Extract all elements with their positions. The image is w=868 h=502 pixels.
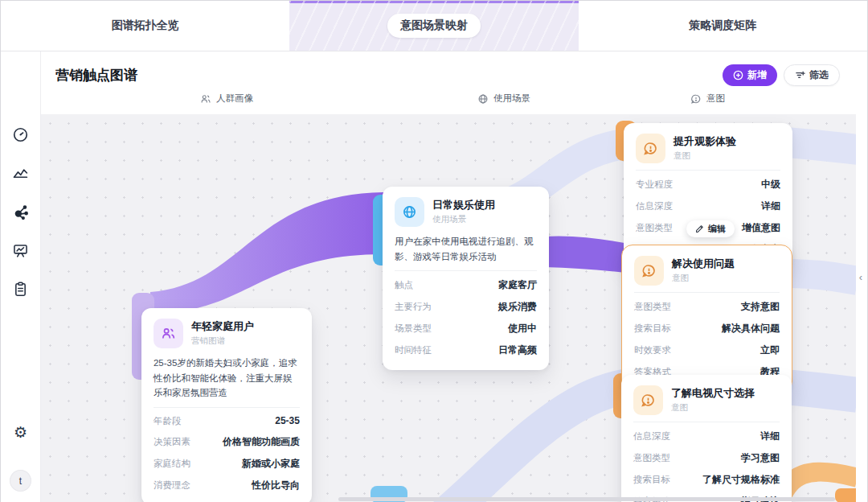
column-headers: 人群画像 使用场景 意图 [41,89,854,113]
tab-label: 图谱拓扑全览 [112,19,179,33]
chat-bubble-icon [636,134,665,163]
column-scenario: 使用场景 [477,93,530,105]
field-row: 主要行为娱乐消费 [395,296,537,318]
column-intent: 意图 [690,93,725,105]
tab-label: 意图场景映射 [387,14,481,38]
bottom-right-node-tab [835,488,856,502]
card-subtitle: 意图 [672,273,735,284]
right-gutter: ‹ [854,51,867,502]
clipboard-icon[interactable] [6,275,34,302]
card-persona[interactable]: 年轻家庭用户 营销图谱 25-35岁的新婚夫妇或小家庭，追求性价比和智能化体验，… [141,308,312,502]
field-row: 消费理念性价比导向 [154,475,300,496]
chat-bubble-icon [634,256,664,286]
network-graph-icon[interactable] [6,198,34,225]
trend-chart-icon[interactable] [6,159,34,187]
card-title: 年轻家庭用户 [191,320,254,333]
field-row: 决策因素价格智能功能画质 [154,431,300,453]
avatar[interactable]: t [10,470,31,492]
card-title: 解决使用问题 [672,257,735,270]
users-icon [154,319,183,348]
horizontal-scrollbar[interactable] [338,497,835,501]
globe-icon [395,197,424,227]
field-row: 时效要求立即 [634,339,780,361]
edit-button[interactable]: 编辑 [686,220,735,237]
chat-bubble-icon [633,385,663,415]
tab-graph-topology[interactable]: 图谱拓扑全览 [1,1,289,51]
card-intent-problem[interactable]: 解决使用问题 意图 意图类型支持意图 搜索目标解决具体问题 时效要求立即 答案格… [621,245,792,393]
filter-icon [795,70,805,80]
collapse-panel-arrow-icon[interactable]: ‹ [858,267,864,287]
card-subtitle: 使用场景 [432,214,495,225]
field-row: 家庭结构新婚或小家庭 [154,453,300,475]
card-title: 日常娱乐使用 [432,199,495,212]
tab-strategy-matrix[interactable]: 策略调度矩阵 [579,1,867,51]
field-row: 时间特征日常高频 [395,339,537,361]
field-row: 搜索目标解决具体问题 [634,318,780,339]
edit-pencil-icon [695,224,704,233]
graph-canvas[interactable]: 年轻家庭用户 营销图谱 25-35岁的新婚夫妇或小家庭，追求性价比和智能化体验，… [41,114,856,502]
field-row: 意图类型学习意图 [633,447,780,469]
card-description: 用户在家中使用电视进行追剧、观影、游戏等日常娱乐活动 [395,234,537,264]
card-title: 了解电视尺寸选择 [671,387,755,400]
presentation-chart-icon[interactable] [6,237,34,264]
chat-bubble-icon [690,93,702,105]
plus-circle-icon [733,70,743,80]
field-row: 意图类型支持意图 [634,296,780,318]
card-description: 25-35岁的新婚夫妇或小家庭，追求性价比和智能化体验，注重大屏娱乐和家居氛围营… [154,356,300,401]
field-row: 触点家庭客厅 [395,274,537,296]
field-row: 信息深度详细 [633,426,780,447]
left-sidebar: ⚙ t [1,51,41,502]
card-intent-size[interactable]: 了解电视尺寸选择 意图 信息深度详细 意图类型学习意图 搜索目标了解尺寸规格标准… [621,375,792,502]
gear-icon[interactable]: ⚙ [6,418,34,446]
column-persona: 人群画像 [200,93,253,105]
users-icon [200,93,211,105]
card-subtitle: 意图 [671,402,755,414]
top-tab-bar: 图谱拓扑全览 意图场景映射 策略调度矩阵 [1,1,867,51]
field-row: 搜索目标了解尺寸规格标准 [633,469,780,491]
card-scenario[interactable]: 日常娱乐使用 使用场景 用户在家中使用电视进行追剧、观影、游戏等日常娱乐活动 触… [383,187,549,370]
filter-button[interactable]: 筛选 [784,64,840,86]
app-window: 图谱拓扑全览 意图场景映射 策略调度矩阵 [0,0,868,502]
main-panel: 营销触点图谱 新增 筛选 人群画像 [41,51,854,502]
field-row: 年龄段25-35 [154,411,300,431]
tab-intent-scene-mapping[interactable]: 意图场景映射 [289,1,578,51]
field-row: 专业程度中级 [636,174,780,195]
field-row: 场景类型使用中 [395,318,537,339]
globe-icon [477,93,489,105]
card-subtitle: 意图 [674,150,736,162]
page-title: 营销触点图谱 [55,66,137,84]
tab-label: 策略调度矩阵 [689,19,756,33]
gauge-icon[interactable] [6,121,34,148]
card-subtitle: 营销图谱 [191,335,254,347]
field-row: 信息深度详细 [636,195,780,217]
add-button[interactable]: 新增 [723,64,777,86]
card-title: 提升观影体验 [674,135,736,148]
